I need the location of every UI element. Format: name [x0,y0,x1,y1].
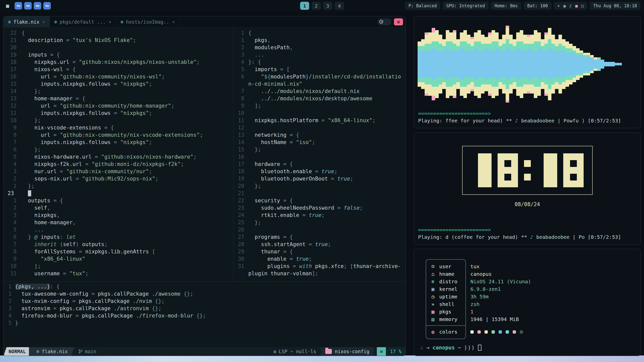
code-line: 30 enable = true; [234,255,406,263]
tab-close-icon[interactable]: × [172,19,175,24]
tab-strip: ❄flake.nix×❄pkgs/default ...×❄hosts/isoI… [4,16,180,27]
editor-tab[interactable]: ❄hosts/isoImag..× [116,16,179,27]
tab-label: pkgs/default ... [60,19,106,25]
clock-digits [471,153,584,187]
clock-terminal: 08/08/24 =======================> Playin… [414,132,641,245]
fetch-label: pkgs [439,309,451,315]
network-icon[interactable]: ◍ [563,4,566,8]
line-number: 26 [234,226,248,234]
paw-icon[interactable]: ∗ [557,4,560,8]
line-number: 27 [234,234,248,241]
workspace-button[interactable]: 3 [323,2,332,10]
nix-file-icon: ❄ [54,19,57,25]
bar-clock: Thu Aug 08, 18:18 [593,3,637,8]
visualizer-column [513,39,516,89]
code-line: 23 [4,190,233,197]
code-line: 26 [234,226,406,234]
code-line: 3 nixpkgs, [4,212,233,219]
branch-icon [78,349,83,354]
nix-file-icon: ❄ [120,19,123,25]
line-number: 1 [234,29,248,37]
visualizer-column [615,63,618,65]
workspace-tag-icon[interactable]: ≡w [24,2,32,10]
visualizer-column [467,35,470,94]
line-number: 1 [234,37,248,44]
visualizer-column [534,30,537,98]
eye-toggle-button[interactable] [377,18,391,25]
line-number: 17 [234,161,248,168]
pane-pkgs-default[interactable]: 1{pkgs, ...}: {1 tux-awesome-wm-config =… [4,281,406,347]
line-number: 11 [234,117,248,124]
recorder-icon[interactable]: ■ [575,4,578,8]
code-line: 10 }; [4,117,233,124]
fetch-label: shell [439,301,454,307]
line-number: 21 [234,190,248,197]
line-number: 11 [4,270,22,277]
statusline-file[interactable]: ❄ flake.nix [29,347,74,356]
palette-dots [470,328,531,336]
line-number: 10 [4,117,22,124]
keyboard-icon[interactable]: ▢ [581,4,584,8]
workspace-tag-icon[interactable]: ≡w [15,2,22,10]
clock-chip: Thu Aug 08, 18:18 [590,2,640,10]
clock-digit [524,153,531,187]
visualizer-column [495,32,499,96]
prompt-host: canopus [432,345,455,351]
editor-tab[interactable]: ❄flake.nix× [4,16,50,27]
pane-flake-nix[interactable]: 22{21 description = "tux's NixOS Flake";… [4,27,234,281]
folder-icon [325,349,332,354]
now-playing: Playing: ffee for your head) ** ♪ beabad… [418,117,636,124]
line-number: 1 [4,183,22,190]
visualizer-column [597,57,601,71]
tab-close-icon[interactable]: × [109,19,111,24]
code-line: 1{ [234,29,406,37]
palette-dot [470,330,474,334]
tabline: ❄flake.nix×❄pkgs/default ...×❄hosts/isoI… [4,16,406,27]
line-number: 5 [234,66,248,73]
statusline: NORMAL ❄ flake.nix main ⚙ LSP ~ null-ls [4,347,406,356]
shell-icon: » [430,301,436,307]
visualizer-column [446,30,449,98]
line-number: 1 [4,197,22,204]
workspace-button[interactable]: 1 [300,2,309,10]
track-time: [0:57/2:53] [588,234,621,240]
uptime-icon: ◷ [430,294,436,300]
pane-iso-image[interactable]: 1{1 pkgs,2 modulesPath,3 ...4}: {5 impor… [234,27,406,281]
visualizer-column [611,62,615,66]
code-line: 15 }; [234,146,406,153]
visualizer-column [463,30,467,98]
status-chip: Bat: 100 [524,2,551,10]
launcher-icon[interactable]: ▦ [4,2,12,10]
visualizer-column [537,32,541,96]
visualizer-column [453,30,456,98]
visualizer-column [470,37,474,91]
palette-dot [513,330,516,334]
terminal-cursor [478,345,481,351]
git-branch[interactable]: main [78,347,96,356]
code-line: 23 sudo.wheelNeedsPassword = false; [234,204,406,212]
tab-label: flake.nix [13,19,39,25]
artist-name: beabadoobee | Powfu [521,118,582,124]
workspace-button[interactable]: 2 [312,2,321,10]
visualizer-column [502,35,506,94]
tab-close-icon[interactable]: × [42,19,45,24]
code-line: 25 }; [234,219,406,226]
track-time: [0:57/2:53] [588,118,621,124]
workspace-tag-icon[interactable]: ≡w [43,2,51,10]
visualizer-column [601,60,604,69]
window-close-button[interactable]: × [394,18,403,25]
editor-tab[interactable]: ❄pkgs/default ...× [50,16,116,27]
music-icon[interactable]: ♪ [569,4,572,8]
workspace-tag-icon[interactable]: ≡w [34,2,41,10]
visualizer-column [558,35,562,94]
code-line: 5 ... [4,226,233,234]
fetch-value: 1946 | 15394 MiB [470,315,531,323]
code-line: 9 nix-vscode-extensions = { [4,124,233,131]
code-line: 14 hostName = "iso"; [234,139,406,146]
code-line: 3 astronvim = pkgs.callPackage ./astronv… [4,305,406,312]
line-number: 20 [4,44,22,51]
workspace-button[interactable]: 4 [335,2,344,10]
project-indicator[interactable]: nixos-config [321,347,374,356]
shell-prompt[interactable]: ∴ → canopus ~ ))) [420,345,481,351]
line-number: 7 [4,241,22,248]
